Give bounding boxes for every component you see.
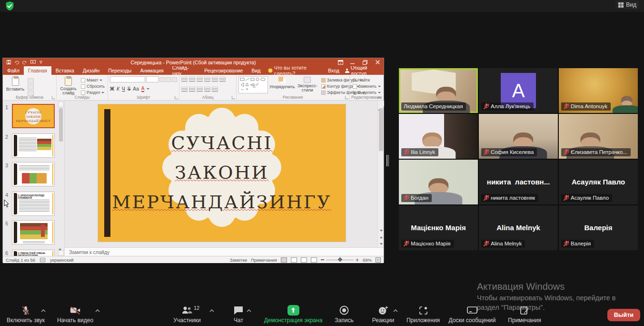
slide-thumbnail-2[interactable]	[12, 133, 55, 158]
numbering-button[interactable]	[189, 77, 195, 82]
participant-tile[interactable]: никита ластовн... никита ластовняк	[479, 160, 558, 204]
decrease-indent-button[interactable]	[197, 77, 203, 82]
slide-title[interactable]: СУЧАСНІ ЗАКОНИ МЕРЧАНДАЙЗИНГУ	[98, 128, 346, 217]
drawing-dialog-launcher[interactable]	[345, 96, 348, 99]
text-direction-button[interactable]	[219, 77, 226, 82]
paste-button[interactable]: Вставить	[5, 76, 26, 92]
save-icon[interactable]	[7, 60, 11, 64]
tab-transitions[interactable]: Переходы	[104, 66, 136, 75]
clipboard-dialog-launcher[interactable]	[52, 96, 55, 99]
tab-animations[interactable]: Анимация	[136, 66, 168, 75]
slide-canvas[interactable]: СУЧАСНІ ЗАКОНИ МЕРЧАНДАЙЗИНГУ	[65, 101, 384, 247]
zoom-in-icon[interactable]	[356, 258, 359, 262]
restore-button[interactable]	[359, 58, 371, 66]
shrink-font-button[interactable]	[166, 77, 171, 82]
annotations-button[interactable]: Примечания	[504, 305, 545, 324]
participant-tile[interactable]: Людмила Середницкая	[399, 68, 478, 113]
paragraph-dialog-launcher[interactable]	[232, 96, 235, 99]
fit-slide-button[interactable]	[376, 257, 381, 263]
tab-slideshow[interactable]: Слайд-шоу	[168, 66, 200, 75]
tab-insert[interactable]: Вставка	[51, 66, 79, 75]
quick-styles-button[interactable]: Экспресс-стили	[297, 76, 318, 93]
tab-design[interactable]: Дизайн	[79, 66, 104, 75]
zoom-slider[interactable]	[326, 260, 354, 260]
slide-thumbnail-5[interactable]	[12, 220, 55, 244]
participant-tile[interactable]: Alina Melnyk Alina Melnyk	[479, 205, 558, 250]
font-size-input[interactable]	[146, 76, 159, 82]
participant-tile[interactable]: Ilia Linnyk	[399, 114, 478, 159]
align-right-button[interactable]	[197, 87, 203, 92]
reset-button[interactable]: Сбросить	[80, 83, 106, 89]
leave-meeting-button[interactable]: Выйти	[607, 309, 640, 321]
participants-options-chevron[interactable]	[209, 309, 214, 312]
shapes-gallery[interactable]	[238, 76, 268, 93]
collapse-ribbon-button[interactable]	[377, 97, 381, 99]
layout-button[interactable]: Макет	[80, 77, 106, 83]
video-options-chevron[interactable]	[95, 309, 100, 312]
previous-slide-button[interactable]	[378, 234, 384, 241]
font-dialog-launcher[interactable]	[175, 96, 178, 99]
audio-options-chevron[interactable]	[41, 309, 46, 312]
scroll-up-button[interactable]	[58, 102, 64, 107]
language-label[interactable]: украинский	[50, 257, 74, 263]
record-button[interactable]: Запись	[330, 305, 358, 324]
comments-toggle[interactable]: Примечания	[251, 257, 277, 263]
participant-tile[interactable]: A Алла Лук'янець	[479, 68, 558, 113]
new-slide-button[interactable]: Создать слайд	[59, 76, 78, 96]
canvas-scrollbar[interactable]	[377, 101, 384, 247]
slide-thumbnail-3[interactable]	[12, 162, 55, 186]
reading-view-button[interactable]	[301, 257, 307, 263]
normal-view-button[interactable]	[281, 257, 287, 263]
bold-button[interactable]: Ж	[110, 86, 114, 92]
notes-toggle[interactable]: Заметки	[230, 257, 247, 263]
font-name-input[interactable]	[110, 76, 145, 82]
tell-me-search[interactable]: Что вы хотите сделать?	[265, 66, 328, 75]
chat-button[interactable]: Чат	[228, 305, 249, 324]
bullets-button[interactable]	[181, 77, 188, 82]
ribbon-display-options-button[interactable]	[334, 58, 347, 66]
notes-pane[interactable]: Заметки к слайду	[65, 247, 384, 256]
current-slide[interactable]: СУЧАСНІ ЗАКОНИ МЕРЧАНДАЙЗИНГУ	[98, 104, 346, 242]
whiteboards-button[interactable]: Доски сообщений	[445, 305, 500, 324]
zoom-level[interactable]: 69%	[363, 257, 372, 263]
clear-formatting-button[interactable]	[172, 77, 177, 82]
align-center-button[interactable]	[189, 87, 195, 92]
copy-button[interactable]	[28, 84, 34, 90]
cut-button[interactable]	[28, 78, 34, 83]
redo-icon[interactable]	[22, 60, 27, 64]
thumbnail-scrollbar[interactable]	[58, 102, 64, 256]
unmute-button[interactable]: Включить звук	[1, 305, 50, 324]
participant-tile[interactable]: Єлизавета Петрачко...	[559, 114, 638, 159]
scrollbar-thumb[interactable]	[379, 108, 383, 151]
next-slide-button[interactable]	[378, 241, 384, 247]
participant-tile[interactable]: Асауляк Павло Асауляк Павло	[559, 160, 638, 204]
participant-tile[interactable]: Валерія Валерія	[559, 205, 638, 250]
strikethrough-button[interactable]: S	[128, 86, 131, 92]
slide-thumbnail-panel[interactable]: 1 СУЧАСНІЗАКОНИ МЕРЧАНДАЙЗИНГУ 2 3	[3, 101, 65, 256]
tab-view[interactable]: Вид	[247, 66, 265, 75]
italic-button[interactable]: К	[117, 86, 119, 92]
spellcheck-icon[interactable]	[40, 258, 45, 262]
slide-thumbnail-6[interactable]: 2. РІВЕНЬ ОЧЕЙ І РІВЕНЬ ВИТЯГНУТОЇ РУКИ	[12, 250, 55, 256]
columns-button[interactable]	[212, 87, 218, 92]
undo-icon[interactable]	[14, 60, 19, 64]
slide-thumbnail-4[interactable]: 1. ОРІЄНТАЦІЯ ПОГЛЯДУ СПОЖИВАЧА	[12, 192, 55, 216]
scroll-down-button[interactable]	[378, 227, 384, 234]
align-left-button[interactable]	[181, 87, 188, 92]
change-case-button[interactable]: Аа	[133, 86, 139, 92]
arrange-button[interactable]: Упорядочить	[270, 76, 295, 90]
participant-tile[interactable]: Мацієнко Марія Мацієнко Марія	[399, 205, 478, 250]
tab-home[interactable]: Главная	[24, 66, 51, 75]
close-button[interactable]	[371, 58, 384, 66]
participant-tile[interactable]: София Киселева	[479, 114, 558, 159]
zoom-control[interactable]	[321, 258, 359, 262]
participant-tile[interactable]: Богдан	[399, 160, 478, 204]
signin-button[interactable]: Вход	[328, 68, 339, 73]
ppt-titlebar[interactable]: Середницька - PowerPoint (Сбой активации…	[3, 58, 384, 66]
scroll-up-button[interactable]	[378, 101, 384, 106]
font-color-button[interactable]: А	[141, 86, 145, 92]
slide-thumbnail-1[interactable]: СУЧАСНІЗАКОНИ МЕРЧАНДАЙЗИНГУ	[12, 104, 55, 128]
increase-indent-button[interactable]	[204, 77, 210, 82]
start-slideshow-icon[interactable]	[30, 60, 36, 64]
line-spacing-button[interactable]	[212, 77, 218, 82]
